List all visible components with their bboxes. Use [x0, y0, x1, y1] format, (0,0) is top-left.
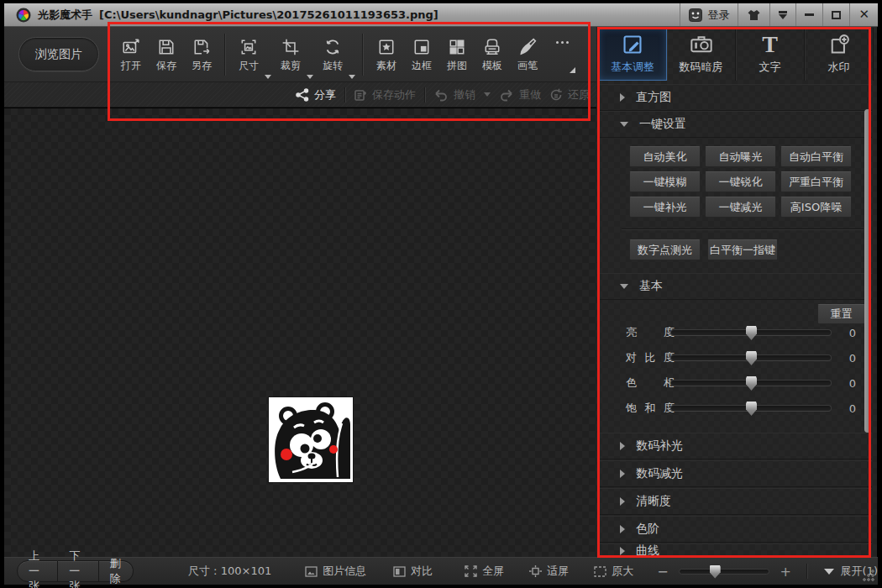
panel-scrollbar[interactable] [864, 109, 871, 433]
sticker-button[interactable]: 素材 [369, 36, 404, 73]
onekey-sharpen-button[interactable]: 一键锐化 [705, 171, 776, 192]
tab-basic-adjust[interactable]: 基本调整 [598, 28, 667, 81]
actual-size-button[interactable]: 原大 [594, 564, 633, 579]
button-label: 严重白平衡 [789, 175, 843, 190]
save-button[interactable]: 保存 [149, 36, 184, 73]
watermark-icon [828, 34, 850, 55]
section-label: 一键设置 [639, 117, 686, 132]
template-button[interactable]: 模板 [475, 36, 510, 73]
rotate-label: 旋转 [323, 59, 343, 73]
sticker-icon [377, 38, 396, 56]
collapse-icon [779, 11, 787, 19]
section-label: 曲线 [636, 543, 659, 557]
zoom-in-button[interactable]: + [780, 564, 790, 580]
contrast-slider-row: 对比度 0 [596, 349, 877, 366]
slider-label: 色相 [626, 375, 675, 391]
share-button[interactable]: 分享 [296, 87, 336, 102]
open-button[interactable]: 打开 [113, 36, 149, 73]
compare-button[interactable]: 对比 [393, 564, 433, 579]
auto-beautify-button[interactable]: 自动美化 [629, 146, 701, 167]
section-fill-light[interactable]: 数码补光 [598, 433, 872, 459]
chevron-down-icon [620, 122, 628, 127]
minimize-button[interactable] [795, 3, 822, 26]
onekey-fill-light-button[interactable]: 一键补光 [629, 197, 701, 218]
toolbar2-separator [344, 87, 345, 102]
reset-button[interactable]: 重置 [817, 304, 865, 324]
brightness-slider[interactable] [670, 329, 832, 336]
undo-label: 撤销 [454, 87, 475, 102]
saturation-slider[interactable] [670, 405, 832, 412]
login-button[interactable]: 登录 [680, 3, 738, 26]
resize-grip-icon[interactable] [863, 570, 874, 581]
camera-icon [690, 34, 713, 55]
section-dim-light[interactable]: 数码减光 [598, 460, 872, 487]
section-clarity[interactable]: 清晰度 [598, 488, 872, 515]
tab-text[interactable]: T 文字 [736, 28, 805, 81]
section-histogram[interactable]: 直方图 [598, 84, 872, 111]
resize-button[interactable]: 尺寸 [231, 36, 266, 73]
collage-button[interactable]: 拼图 [439, 36, 475, 73]
resize-dropdown-arrow[interactable] [265, 75, 271, 79]
tab-watermark[interactable]: 水印 [805, 28, 874, 81]
crop-dropdown-arrow[interactable] [307, 75, 313, 79]
wb-onekey-button[interactable]: 白平衡一指键 [707, 239, 778, 260]
save-label: 保存 [156, 59, 176, 73]
slider-value: 0 [842, 352, 864, 365]
zoom-slider-thumb[interactable] [710, 565, 721, 579]
slider-thumb[interactable] [746, 351, 757, 365]
next-image-button[interactable]: 下一张 [58, 560, 98, 582]
onekey-blur-button[interactable]: 一键模糊 [629, 171, 701, 192]
section-label: 直方图 [636, 90, 671, 105]
fullscreen-icon [465, 565, 477, 577]
auto-exposure-button[interactable]: 自动曝光 [705, 146, 776, 167]
hue-slider[interactable] [670, 380, 832, 386]
sticker-label: 素材 [376, 59, 396, 73]
section-basic[interactable]: 基本 [598, 273, 872, 300]
zoom-out-button[interactable]: − [657, 564, 668, 580]
crop-button[interactable]: 裁剪 [273, 36, 308, 73]
high-iso-denoise-button[interactable]: 高ISO降噪 [780, 197, 852, 218]
skin-button[interactable] [738, 3, 769, 26]
more-icon [556, 41, 569, 44]
frame-button[interactable]: 边框 [404, 36, 439, 73]
slider-value: 0 [842, 327, 864, 339]
zoom-slider[interactable] [679, 569, 770, 575]
save-as-button[interactable]: 另存 [184, 36, 219, 73]
main-toolbar: 浏览图片 打开 保存 [4, 27, 596, 81]
slider-thumb[interactable] [746, 326, 757, 340]
more-tools-button[interactable] [545, 33, 579, 76]
close-button[interactable]: ✕ [849, 3, 878, 26]
nav-button-group: 上一张 下一张 删除 [17, 560, 134, 582]
fullscreen-button[interactable]: 全屏 [465, 564, 504, 579]
save-action-label: 保存动作 [372, 87, 416, 102]
titlebar: 光影魔术手 [C:\Users\kundnagr\Pictures\201752… [4, 3, 878, 27]
severe-white-balance-button[interactable]: 严重白平衡 [780, 171, 852, 192]
button-label: 删除 [110, 556, 122, 586]
rotate-dropdown-arrow[interactable] [349, 75, 355, 79]
spot-metering-button[interactable]: 数字点测光 [629, 239, 701, 260]
brush-icon [518, 38, 537, 56]
previous-image-button[interactable]: 上一张 [17, 560, 58, 582]
rotate-button[interactable]: 旋转 [315, 36, 350, 73]
open-image-icon [122, 38, 140, 56]
delete-image-button[interactable]: 删除 [99, 560, 134, 582]
fit-screen-button[interactable]: 适屏 [529, 564, 569, 579]
collapse-button[interactable] [769, 3, 795, 26]
toolbar2-separator [424, 87, 425, 102]
section-curves[interactable]: 曲线 [598, 543, 872, 557]
section-label: 基本 [639, 279, 663, 294]
section-onekey[interactable]: 一键设置 [598, 111, 872, 138]
image-canvas[interactable] [4, 108, 596, 557]
onekey-dim-light-button[interactable]: 一键减光 [705, 197, 776, 218]
auto-white-balance-button[interactable]: 自动白平衡 [780, 146, 852, 167]
brush-button[interactable]: 画笔 [510, 36, 545, 73]
maximize-button[interactable] [822, 3, 849, 26]
section-levels[interactable]: 色阶 [598, 516, 872, 543]
button-label: 一键锐化 [719, 175, 763, 190]
contrast-slider[interactable] [670, 354, 832, 361]
browse-images-button[interactable]: 浏览图片 [18, 37, 99, 71]
image-info-button[interactable]: 图片信息 [305, 564, 366, 579]
slider-thumb[interactable] [746, 376, 757, 391]
slider-thumb[interactable] [746, 402, 757, 416]
tab-digital-darkroom[interactable]: 数码暗房 [667, 28, 736, 81]
